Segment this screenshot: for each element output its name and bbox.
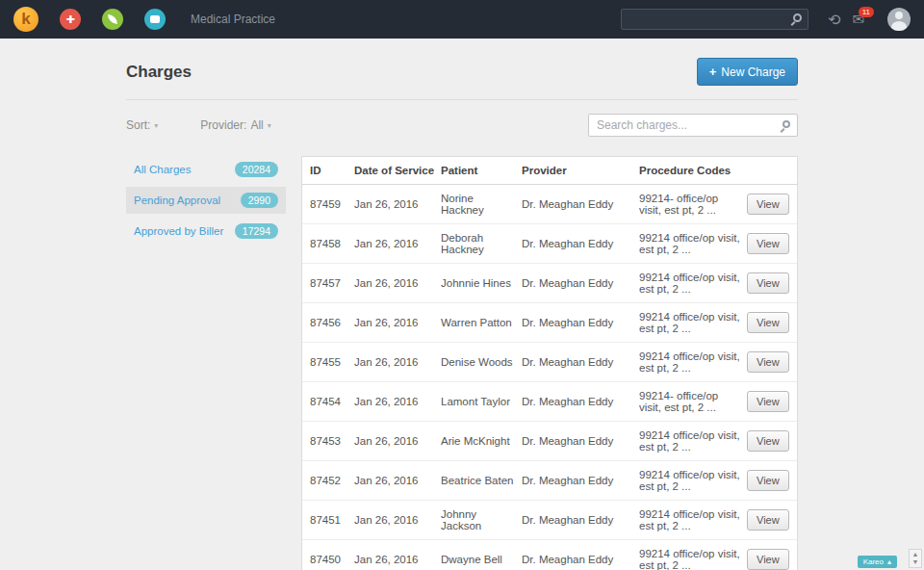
cell-codes: 99214 office/op visit, est pt, 2 ...: [639, 232, 743, 255]
scroll-down-icon[interactable]: ▼: [912, 558, 919, 566]
leaf-icon[interactable]: [102, 9, 123, 30]
cell-date: Jan 26, 2016: [354, 514, 437, 526]
global-search-input[interactable]: [621, 9, 808, 30]
page-title: Charges: [126, 63, 192, 82]
view-button[interactable]: View: [747, 470, 789, 491]
sidebar-item-approved-by-biller[interactable]: Approved by Biller 17294: [126, 218, 286, 245]
table-row: 87454 Jan 26, 2016 Lamont Taylor Dr. Mea…: [302, 382, 797, 422]
view-button[interactable]: View: [747, 549, 789, 570]
cell-codes: 99214 office/op visit, est pt, 2 ...: [639, 548, 743, 570]
count-badge: 20284: [235, 162, 278, 177]
column-header-patient: Patient: [441, 165, 518, 176]
cell-codes: 99214 office/op visit, est pt, 2 ...: [639, 272, 743, 295]
scroll-up-icon[interactable]: ▲: [912, 551, 919, 558]
column-header-codes: Procedure Codes: [639, 165, 743, 176]
view-button[interactable]: View: [747, 351, 789, 373]
cell-date: Jan 26, 2016: [354, 554, 437, 565]
cell-provider: Dr. Meaghan Eddy: [522, 554, 635, 565]
cell-date: Jan 26, 2016: [354, 396, 437, 407]
sidebar-item-all-charges[interactable]: All Charges 20284: [126, 156, 286, 183]
table-row: 87450 Jan 26, 2016 Dwayne Bell Dr. Meagh…: [302, 540, 797, 570]
cell-provider: Dr. Meaghan Eddy: [522, 277, 635, 289]
cell-id: 87458: [310, 238, 350, 249]
history-icon[interactable]: ⟲: [828, 11, 840, 29]
chat-bubble-icon[interactable]: [144, 9, 166, 30]
new-charge-button[interactable]: + New Charge: [697, 58, 798, 86]
charges-table: ID Date of Service Patient Provider Proc…: [301, 156, 798, 570]
cell-patient: Lamont Taylor: [441, 396, 518, 407]
cell-id: 87454: [310, 396, 350, 407]
view-button[interactable]: View: [747, 272, 789, 294]
table-row: 87458 Jan 26, 2016 Deborah Hackney Dr. M…: [302, 224, 797, 264]
count-badge: 17294: [235, 223, 278, 239]
mail-icon[interactable]: ✉11: [852, 11, 864, 28]
cell-date: Jan 26, 2016: [354, 435, 437, 447]
table-row: 87453 Jan 26, 2016 Arie McKnight Dr. Mea…: [302, 422, 797, 461]
feedback-widget[interactable]: Kareo ▴: [858, 556, 897, 568]
scrollbar[interactable]: ▲ ▼: [909, 549, 922, 568]
arrow-up-icon: ▴: [887, 557, 891, 566]
cell-provider: Dr. Meaghan Eddy: [522, 238, 635, 249]
cell-id: 87457: [310, 277, 350, 289]
cell-provider: Dr. Meaghan Eddy: [522, 317, 635, 328]
cell-date: Jan 26, 2016: [354, 238, 437, 249]
medical-cross-icon[interactable]: ✚: [60, 9, 81, 30]
cell-codes: 99214- office/op visit, est pt, 2 ...: [639, 193, 743, 216]
cell-id: 87459: [310, 198, 350, 210]
new-charge-label: New Charge: [721, 65, 785, 79]
sort-label: Sort:: [126, 118, 150, 132]
cell-codes: 99214 office/op visit, est pt, 2 ...: [639, 311, 743, 334]
table-row: 87456 Jan 26, 2016 Warren Patton Dr. Mea…: [302, 303, 797, 343]
cell-patient: Johnny Jackson: [441, 508, 518, 531]
table-body: 87459 Jan 26, 2016 Norine Hackney Dr. Me…: [302, 185, 797, 570]
view-button[interactable]: View: [747, 233, 789, 254]
leaf-shape: [108, 14, 117, 24]
view-button[interactable]: View: [747, 430, 789, 452]
table-row: 87459 Jan 26, 2016 Norine Hackney Dr. Me…: [302, 185, 797, 224]
cell-provider: Dr. Meaghan Eddy: [522, 475, 635, 486]
chevron-down-icon: ▾: [268, 121, 271, 130]
cell-codes: 99214- office/op visit, est pt, 2 ...: [639, 390, 743, 413]
charges-page: Charges + New Charge Sort: ▾ Provider: A…: [126, 58, 798, 570]
charges-search: [588, 114, 798, 137]
cell-patient: Deborah Hackney: [441, 232, 518, 255]
sort-dropdown[interactable]: Sort: ▾: [126, 118, 158, 132]
count-badge: 2990: [241, 193, 278, 208]
sidebar-item-label: All Charges: [134, 164, 191, 175]
cell-id: 87455: [310, 356, 350, 368]
provider-dropdown[interactable]: Provider: All ▾: [200, 118, 270, 132]
cell-id: 87451: [310, 514, 350, 526]
sidebar-item-label: Approved by Biller: [134, 225, 223, 237]
kareo-logo-icon[interactable]: k: [13, 7, 38, 32]
bubble-shape: [150, 15, 160, 23]
cell-provider: Dr. Meaghan Eddy: [522, 356, 635, 368]
cell-patient: Warren Patton: [441, 317, 518, 328]
cell-provider: Dr. Meaghan Eddy: [522, 396, 635, 407]
cell-provider: Dr. Meaghan Eddy: [522, 514, 635, 526]
table-row: 87457 Jan 26, 2016 Johnnie Hines Dr. Mea…: [302, 264, 797, 303]
column-header-date: Date of Service: [354, 165, 437, 176]
charges-search-input[interactable]: [588, 114, 798, 137]
cell-codes: 99214 office/op visit, est pt, 2 ...: [639, 508, 743, 531]
column-header-id: ID: [310, 165, 350, 176]
chevron-down-icon: ▾: [154, 121, 158, 130]
feedback-widget-label: Kareo: [863, 557, 884, 566]
cell-id: 87456: [310, 317, 350, 328]
practice-name: Medical Practice: [191, 13, 275, 26]
view-button[interactable]: View: [747, 391, 789, 412]
view-button[interactable]: View: [747, 509, 789, 531]
view-button[interactable]: View: [747, 194, 789, 215]
header-divider: [126, 99, 798, 100]
sidebar-item-pending-approval[interactable]: Pending Approval 2990: [126, 187, 286, 214]
cell-date: Jan 26, 2016: [354, 475, 437, 486]
cell-patient: Johnnie Hines: [441, 277, 518, 289]
mail-badge: 11: [859, 7, 874, 17]
view-button[interactable]: View: [747, 312, 789, 333]
cell-codes: 99214 office/op visit, est pt, 2 ...: [639, 350, 743, 374]
search-icon: [783, 120, 790, 128]
avatar[interactable]: [887, 8, 911, 31]
column-header-provider: Provider: [522, 165, 635, 176]
cell-patient: Arie McKnight: [441, 435, 518, 447]
cell-patient: Norine Hackney: [441, 193, 518, 216]
cell-patient: Dwayne Bell: [441, 554, 518, 565]
